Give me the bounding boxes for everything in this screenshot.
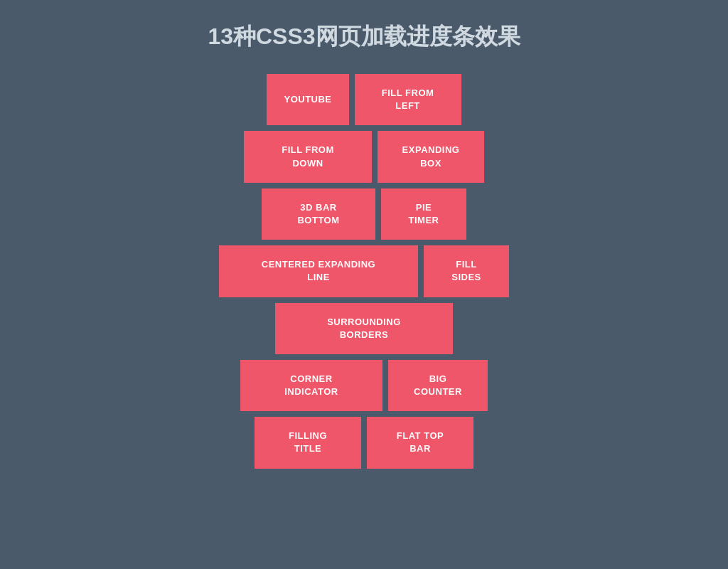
big-counter-button[interactable]: BIGCOUNTER [388,360,488,411]
fill-from-down-button[interactable]: FILL FROMDOWN [244,131,372,182]
expanding-box-button[interactable]: EXPANDINGBOX [378,131,484,182]
filling-title-button[interactable]: FILLINGTITLE [255,417,361,468]
page-title: 13种CSS3网页加载进度条效果 [0,0,728,67]
youtube-button[interactable]: YOUTUBE [267,74,348,125]
menu-row-2: FILL FROMDOWN EXPANDINGBOX [244,131,484,182]
menu-row-5: SURROUNDINGBORDERS [275,303,453,354]
fill-from-left-button[interactable]: FILL FROMLEFT [355,74,461,125]
fill-sides-button[interactable]: FILLSIDES [424,245,509,297]
corner-indicator-button[interactable]: CORNERINDICATOR [240,360,382,411]
menu-row-4: CENTERED EXPANDINGLINE FILLSIDES [219,245,509,297]
menu-row-3: 3D BARBOTTOM PIETIMER [262,188,466,240]
menu-row-6: CORNERINDICATOR BIGCOUNTER [240,360,488,411]
menu-container: YOUTUBE FILL FROMLEFT FILL FROMDOWN EXPA… [0,74,728,469]
menu-row-1: YOUTUBE FILL FROMLEFT [267,74,461,125]
pie-timer-button[interactable]: PIETIMER [381,188,466,240]
surrounding-borders-button[interactable]: SURROUNDINGBORDERS [275,303,453,354]
menu-row-7: FILLINGTITLE FLAT TOPBAR [255,417,473,468]
3d-bar-bottom-button[interactable]: 3D BARBOTTOM [262,188,375,240]
flat-top-bar-button[interactable]: FLAT TOPBAR [367,417,473,468]
centered-expanding-line-button[interactable]: CENTERED EXPANDINGLINE [219,245,418,297]
